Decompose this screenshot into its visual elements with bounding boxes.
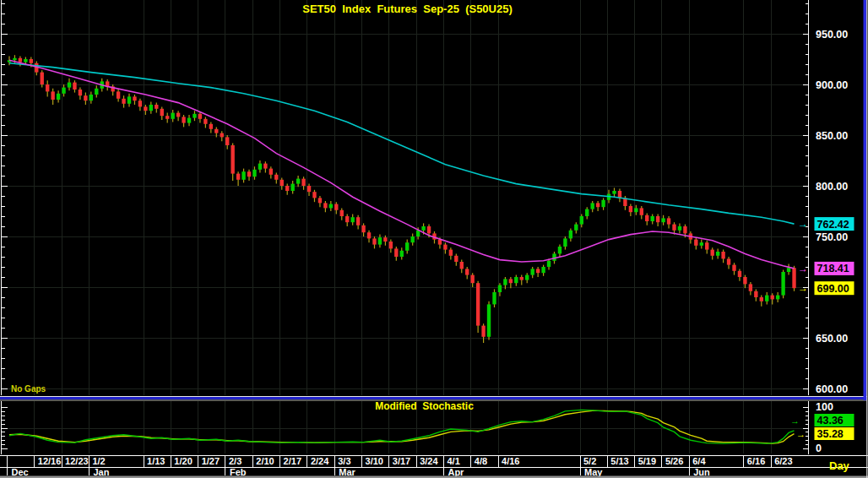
candle-down (231, 145, 234, 174)
axis-text: 0 (816, 443, 822, 454)
axis-text: → (798, 263, 808, 274)
candle-down (367, 232, 371, 238)
axis-text: 12/16 (38, 456, 62, 466)
candle-up (661, 218, 665, 222)
axis-text: 3/10 (366, 456, 383, 466)
stochastic-title: Modified Stochastic (25, 400, 823, 412)
candle-down (84, 95, 87, 100)
axis-text: 5/19 (638, 456, 656, 466)
stochastic-lines-layer (9, 410, 795, 443)
candle-up (410, 236, 414, 242)
axis-text: 6/23 (774, 456, 792, 466)
candle-up (547, 261, 551, 267)
candle-down (176, 113, 180, 117)
axis-text: 5/2 (583, 456, 596, 466)
candle-down (318, 198, 322, 203)
axis-text: 2/24 (311, 456, 329, 466)
axis-text: 900.00 (816, 79, 848, 91)
axis-text: 35.28 (817, 428, 844, 440)
candle-down (122, 99, 125, 104)
stoch-yellow-line (9, 410, 795, 443)
candle-up (68, 83, 71, 88)
candle-up (585, 209, 589, 216)
candle-down (683, 226, 686, 233)
axis-text: Dec (12, 467, 29, 477)
candle-down (30, 59, 33, 63)
candle-up (296, 179, 300, 184)
axis-text: 5/26 (665, 456, 683, 466)
axis-text: → (798, 282, 808, 294)
candle-down (749, 284, 752, 291)
candle-up (57, 94, 60, 100)
candle-up (563, 238, 567, 247)
candle-down (481, 326, 485, 337)
axis-text: 850.00 (816, 130, 848, 142)
candle-down (73, 83, 76, 90)
candle-down (771, 296, 774, 300)
ma-slow-line (9, 63, 795, 224)
axis-text: 4/8 (475, 456, 487, 466)
candle-down (454, 256, 458, 262)
grid-layer (2, 0, 809, 454)
window-frame (864, 0, 867, 478)
axis-text: 6/16 (747, 456, 765, 466)
candle-up (552, 253, 556, 260)
interval-label[interactable]: Day (829, 459, 849, 472)
candle-up (405, 242, 409, 251)
candle-down (449, 250, 453, 256)
candle-up (590, 203, 594, 209)
x-axis: 12/1612/231/21/131/201/272/32/102/172/24… (0, 456, 868, 478)
candle-down (155, 105, 158, 109)
candle-up (350, 217, 354, 222)
candle-up (24, 59, 27, 62)
candle-up (378, 237, 382, 244)
candle-up (574, 225, 578, 231)
candle-up (171, 113, 174, 119)
candle-up (290, 184, 294, 191)
candle-down (160, 109, 164, 116)
candle-down (340, 210, 344, 216)
candle-down (427, 226, 431, 233)
candle-down (536, 269, 540, 273)
candle-down (389, 242, 393, 248)
axis-text: 43.36 (817, 415, 844, 426)
axis-text: 2/17 (284, 456, 301, 466)
candle-down (361, 225, 365, 232)
axis-text: 5/13 (610, 456, 628, 466)
candle-down (117, 91, 120, 98)
candle-up (127, 96, 131, 103)
candle-up (498, 285, 502, 292)
candle-down (334, 204, 338, 210)
candle-up (241, 171, 245, 180)
candle-up (149, 105, 153, 111)
candle-down (732, 265, 735, 271)
candle-down (203, 119, 207, 124)
candle-up (492, 292, 496, 304)
candle-up (776, 296, 779, 300)
candle-down (438, 240, 442, 245)
candle-down (443, 245, 447, 250)
candle-up (525, 275, 529, 280)
candle-down (743, 277, 746, 284)
candle-down (247, 171, 251, 177)
candle-up (541, 267, 545, 273)
candle-down (269, 169, 273, 175)
axis-text: Feb (230, 467, 247, 477)
candle-up (569, 231, 572, 239)
candle-up (252, 170, 256, 177)
candle-up (678, 226, 681, 231)
selected-pane-border (864, 0, 867, 400)
axis-text: → (798, 218, 808, 230)
candle-down (209, 124, 213, 129)
axis-text: Mar (339, 467, 355, 477)
candle-down (46, 84, 49, 91)
candle-up (716, 252, 719, 256)
axis-text: 1/13 (147, 456, 165, 466)
candle-down (225, 137, 229, 145)
candle-down (460, 262, 464, 269)
candle-down (51, 91, 54, 100)
candle-down (198, 114, 202, 119)
candle-down (383, 237, 387, 242)
candle-down (19, 58, 22, 62)
axis-text: 718.41 (817, 263, 849, 274)
